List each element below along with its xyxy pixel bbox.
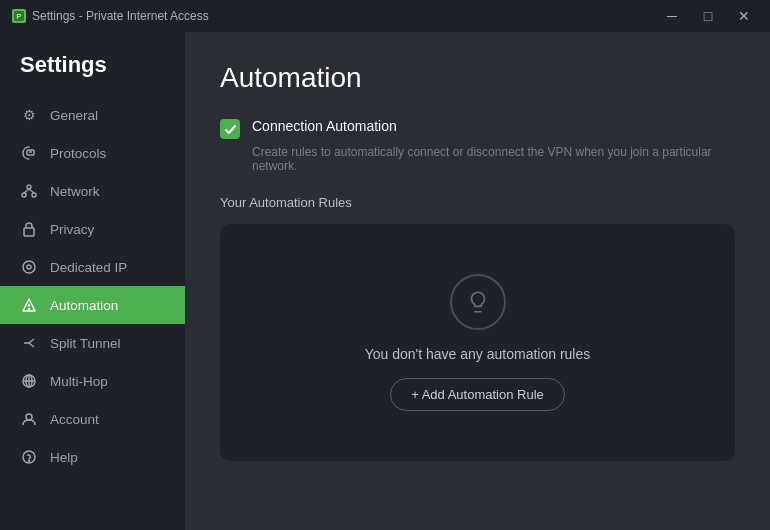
main-content: Automation Connection Automation Create … [185,32,770,530]
sidebar-item-dedicated-ip[interactable]: Dedicated IP [0,248,185,286]
sidebar-item-label: General [50,108,98,123]
svg-line-16 [29,339,34,343]
protocols-icon [20,144,38,162]
titlebar-text: Settings - Private Internet Access [32,9,209,23]
network-icon [20,182,38,200]
sidebar-item-protocols[interactable]: Protocols [0,134,185,172]
svg-point-24 [29,461,30,462]
dedicated-ip-icon [20,258,38,276]
sidebar-item-label: Split Tunnel [50,336,121,351]
connection-automation-row: Connection Automation [220,118,735,139]
close-button[interactable]: ✕ [730,6,758,26]
svg-line-8 [29,189,34,193]
connection-automation-description: Create rules to automatically connect or… [220,145,735,173]
privacy-icon [20,220,38,238]
sidebar-item-split-tunnel[interactable]: Split Tunnel [0,324,185,362]
sidebar-item-label: Account [50,412,99,427]
sidebar: Settings ⚙ General Protocols [0,32,185,530]
svg-rect-9 [24,228,34,236]
app-icon: P [12,9,26,23]
sidebar-title: Settings [0,52,185,96]
app-body: Settings ⚙ General Protocols [0,32,770,530]
lightbulb-icon [465,289,491,315]
sidebar-item-multi-hop[interactable]: Multi-Hop [0,362,185,400]
svg-text:P: P [16,12,21,21]
page-title: Automation [220,62,735,94]
sidebar-item-help[interactable]: Help [0,438,185,476]
connection-automation-checkbox[interactable] [220,119,240,139]
sidebar-item-label: Multi-Hop [50,374,108,389]
split-tunnel-icon [20,334,38,352]
empty-state-text: You don't have any automation rules [365,346,591,362]
titlebar: P Settings - Private Internet Access ─ □… [0,0,770,32]
empty-state-icon-wrap [450,274,506,330]
svg-line-17 [29,343,34,347]
titlebar-title: P Settings - Private Internet Access [12,9,209,23]
maximize-button[interactable]: □ [694,6,722,26]
svg-point-14 [29,309,30,310]
svg-line-7 [24,189,29,193]
svg-point-4 [27,185,31,189]
multi-hop-icon [20,372,38,390]
sidebar-item-general[interactable]: ⚙ General [0,96,185,134]
automation-icon [20,296,38,314]
svg-point-22 [26,414,32,420]
sidebar-item-label: Dedicated IP [50,260,127,275]
rules-section-title: Your Automation Rules [220,195,735,210]
help-icon [20,448,38,466]
sidebar-item-automation[interactable]: Automation [0,286,185,324]
svg-point-10 [23,261,35,273]
sidebar-item-label: Help [50,450,78,465]
sidebar-item-label: Network [50,184,100,199]
minimize-button[interactable]: ─ [658,6,686,26]
connection-automation-label: Connection Automation [252,118,397,134]
general-icon: ⚙ [20,106,38,124]
sidebar-item-label: Protocols [50,146,106,161]
empty-state-box: You don't have any automation rules + Ad… [220,224,735,461]
svg-point-5 [22,193,26,197]
window-controls: ─ □ ✕ [658,6,758,26]
sidebar-item-privacy[interactable]: Privacy [0,210,185,248]
svg-point-6 [32,193,36,197]
svg-point-11 [27,265,31,269]
sidebar-item-network[interactable]: Network [0,172,185,210]
sidebar-item-label: Privacy [50,222,94,237]
account-icon [20,410,38,428]
add-automation-rule-button[interactable]: + Add Automation Rule [390,378,565,411]
sidebar-item-label: Automation [50,298,118,313]
sidebar-item-account[interactable]: Account [0,400,185,438]
